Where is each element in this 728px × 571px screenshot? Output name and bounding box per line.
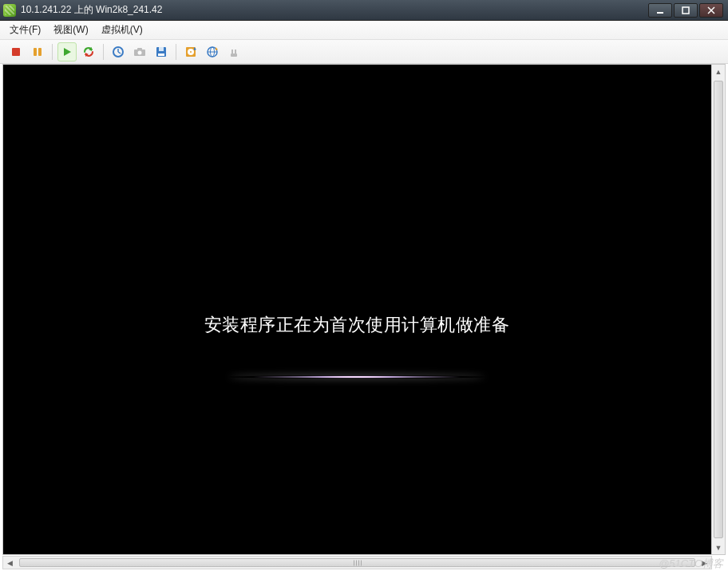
refresh-button[interactable] xyxy=(79,42,98,61)
svg-rect-17 xyxy=(159,47,164,51)
network-icon xyxy=(206,46,219,58)
scroll-left-icon[interactable]: ◀ xyxy=(3,557,17,569)
maximize-button[interactable] xyxy=(674,3,698,18)
cdrom-icon xyxy=(184,46,197,58)
app-icon xyxy=(3,4,16,17)
window-controls xyxy=(648,3,725,18)
stop-button[interactable] xyxy=(6,42,26,61)
pause-button[interactable] xyxy=(28,42,47,61)
usb-button[interactable] xyxy=(224,42,243,61)
vertical-scroll-thumb[interactable] xyxy=(714,81,723,538)
svg-point-21 xyxy=(190,51,192,53)
svg-rect-18 xyxy=(158,54,164,56)
snapshot-button[interactable] xyxy=(109,42,128,61)
toolbar xyxy=(0,40,728,64)
horizontal-scrollbar[interactable]: ◀ ▶ xyxy=(2,556,712,569)
snapshot-icon xyxy=(112,46,125,58)
network-button[interactable] xyxy=(203,42,222,61)
svg-point-15 xyxy=(138,50,142,54)
toolbar-separator xyxy=(103,44,104,60)
grip-icon xyxy=(354,560,362,565)
scroll-right-icon[interactable]: ▶ xyxy=(698,557,711,569)
menu-view[interactable]: 视图(W) xyxy=(47,22,94,38)
svg-rect-6 xyxy=(38,48,42,56)
connect-device-button[interactable] xyxy=(152,42,171,61)
progress-indicator xyxy=(229,375,485,379)
titlebar: 10.1.241.22 上的 Win2k8_241.42 xyxy=(0,0,728,21)
usb-icon xyxy=(228,46,240,58)
svg-rect-1 xyxy=(682,7,689,14)
toolbar-separator xyxy=(52,44,53,60)
camera-button[interactable] xyxy=(130,42,149,61)
stop-icon xyxy=(10,46,22,57)
horizontal-scroll-thumb[interactable] xyxy=(19,558,695,567)
console-area: 安装程序正在为首次使用计算机做准备 ▲ ▼ xyxy=(2,64,726,555)
svg-line-12 xyxy=(118,52,121,54)
vertical-scrollbar[interactable]: ▲ ▼ xyxy=(711,65,725,554)
svg-rect-14 xyxy=(137,48,142,50)
close-button[interactable] xyxy=(699,3,723,18)
close-icon xyxy=(707,6,715,14)
maximize-icon xyxy=(682,6,690,14)
toolbar-separator xyxy=(176,44,176,60)
refresh-icon xyxy=(82,46,95,58)
play-button[interactable] xyxy=(57,42,77,61)
setup-status-text: 安装程序正在为首次使用计算机做准备 xyxy=(204,313,510,337)
minimize-icon xyxy=(656,6,664,14)
window-title: 10.1.241.22 上的 Win2k8_241.42 xyxy=(21,3,162,17)
cdrom-button[interactable] xyxy=(181,42,200,61)
menu-file[interactable]: 文件(F) xyxy=(3,22,47,38)
scroll-down-icon[interactable]: ▼ xyxy=(712,541,725,554)
svg-rect-5 xyxy=(34,48,37,56)
svg-rect-25 xyxy=(231,54,237,57)
svg-rect-4 xyxy=(12,48,20,56)
scroll-up-icon[interactable]: ▲ xyxy=(712,65,725,78)
menu-vm[interactable]: 虚拟机(V) xyxy=(95,22,149,38)
menubar: 文件(F) 视图(W) 虚拟机(V) xyxy=(0,21,728,40)
pause-icon xyxy=(32,46,43,57)
camera-icon xyxy=(133,46,146,58)
play-icon xyxy=(61,46,73,57)
minimize-button[interactable] xyxy=(648,3,672,18)
floppy-icon xyxy=(155,46,168,58)
guest-screen[interactable]: 安装程序正在为首次使用计算机做准备 xyxy=(3,65,710,554)
svg-marker-7 xyxy=(64,48,71,56)
